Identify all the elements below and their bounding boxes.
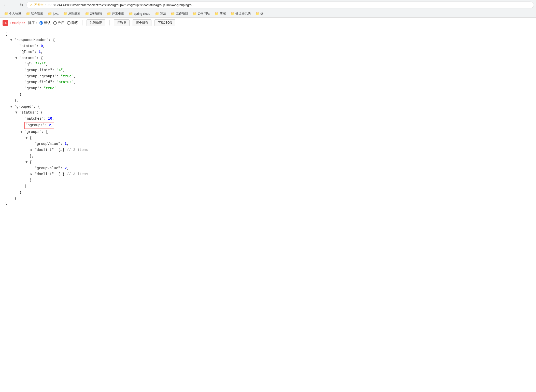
toggle-group-1[interactable]: ▼ <box>25 159 30 165</box>
bookmark-前端[interactable]: 📁 前端 <box>213 11 228 17</box>
bookmarks-bar: 📁 个人收藏 📁 软件安装 📁 java 📁 原理解析 📁 源码解读 📁 开发框… <box>0 10 536 18</box>
sort-desc-option[interactable]: 降序 <box>67 21 78 25</box>
json-params: ▼ "params" : { <box>15 55 531 61</box>
json-group-1-open: ▼ { <box>25 159 531 165</box>
fehelper-logo: FE FeHelper <box>3 20 25 26</box>
folder-icon: 📁 <box>85 12 89 16</box>
folder-icon: 📁 <box>48 12 52 16</box>
json-doclist-1: ▶ "doclist" : {…} // 3 items <box>31 171 531 177</box>
bookmark-java[interactable]: 📁 java <box>46 11 61 16</box>
fehelper-brand: FeHelper <box>10 21 25 25</box>
toolbar-divider-1 <box>82 20 82 25</box>
forward-button[interactable]: → <box>10 2 16 8</box>
json-ngroups: "ngroups" : 2 , <box>20 122 531 129</box>
bookmark-公司网址[interactable]: 📁 公司网址 <box>191 11 212 17</box>
bookmark-做点好玩的[interactable]: 📁 做点好玩的 <box>228 11 253 17</box>
json-grouped-close: } <box>10 196 531 202</box>
warning-label: 不安全 <box>34 3 44 7</box>
json-q: "q" : "*:*" , <box>20 61 531 67</box>
fehelper-logo-icon: FE <box>3 20 8 26</box>
url-text: 192.168.244.41:8983/solr/orders/select?q… <box>45 3 531 7</box>
toggle-grouped[interactable]: ▼ <box>10 104 14 110</box>
sort-asc-radio[interactable] <box>53 21 57 25</box>
json-groupValue-0: "groupValue" : 1 , <box>31 141 531 147</box>
reload-button[interactable]: ↻ <box>18 2 24 8</box>
json-group-limit: "group.limit" : "4" , <box>20 67 531 74</box>
folder-icon: 📁 <box>107 12 111 16</box>
address-bar[interactable]: ⚠ 不安全 192.168.244.41:8983/solr/orders/se… <box>26 2 534 8</box>
json-responseHeader-close: }, <box>10 98 531 104</box>
toggle-params[interactable]: ▼ <box>15 55 19 61</box>
browser-chrome: ← → ↻ ⚠ 不安全 192.168.244.41:8983/solr/ord… <box>0 0 536 18</box>
sort-default-option[interactable]: 默认 <box>39 21 51 25</box>
json-group: "group" : "true" <box>20 86 531 92</box>
toggle-grouped-status[interactable]: ▼ <box>15 110 19 116</box>
folder-icon: 📁 <box>63 12 67 16</box>
sort-label: 排序： <box>28 21 38 25</box>
bookmark-工作项目[interactable]: 📁 工作项目 <box>169 11 190 17</box>
sort-desc-radio[interactable] <box>67 21 70 25</box>
toolbar-divider-2 <box>109 20 110 25</box>
sort-default-label: 默认 <box>44 21 51 25</box>
folder-icon: 📁 <box>26 12 30 16</box>
fehelper-toolbar: FE FeHelper 排序： 默认 升序 降序 乱码修正 元数据 折叠所有 下… <box>0 18 536 28</box>
bookmark-算法[interactable]: 📁 算法 <box>153 11 168 17</box>
fold-all-button[interactable]: 折叠所有 <box>133 19 151 26</box>
folder-icon: 📁 <box>155 12 159 16</box>
json-matches: "matches" : 10 , <box>20 116 531 122</box>
json-grouped-status-close: } <box>15 190 531 196</box>
sort-group: 排序： 默认 升序 降序 <box>28 21 78 25</box>
toggle-groups[interactable]: ▼ <box>20 129 24 135</box>
bookmark-spring-cloud[interactable]: 📁 spring cloud <box>127 11 152 16</box>
sort-asc-option[interactable]: 升序 <box>53 21 64 25</box>
toggle-doclist-0[interactable]: ▶ <box>31 147 35 153</box>
security-warning-icon: ⚠ <box>30 3 33 7</box>
json-grouped: ▼ "grouped" : { <box>10 104 531 110</box>
bookmark-开发框架[interactable]: 📁 开发框架 <box>105 11 126 17</box>
json-root-close: } <box>5 202 531 208</box>
folder-icon: 📁 <box>171 12 175 16</box>
bookmark-源码解读[interactable]: 📁 源码解读 <box>83 11 104 17</box>
json-groups-close: ] <box>20 184 531 190</box>
json-grouped-status: ▼ "status" : { <box>15 110 531 116</box>
json-group-field: "group.field" : "status" , <box>20 79 531 86</box>
json-root-open: { <box>5 31 531 37</box>
sort-asc-label: 升序 <box>58 21 64 25</box>
bookmark-据[interactable]: 📁 据 <box>253 11 265 17</box>
nav-bar: ← → ↻ ⚠ 不安全 192.168.244.41:8983/solr/ord… <box>0 0 536 10</box>
sort-desc-label: 降序 <box>72 21 78 25</box>
folder-icon: 📁 <box>215 12 219 16</box>
meta-button[interactable]: 元数据 <box>114 19 130 26</box>
download-json-button[interactable]: 下载JSON <box>154 19 175 26</box>
json-params-close: } <box>15 92 531 98</box>
bookmark-个人收藏[interactable]: 📁 个人收藏 <box>2 11 23 17</box>
folder-icon: 📁 <box>230 12 234 16</box>
json-group-0-open: ▼ { <box>25 135 531 141</box>
back-button[interactable]: ← <box>2 2 8 8</box>
fix-encoding-button[interactable]: 乱码修正 <box>87 19 105 26</box>
json-responseHeader: ▼ "responseHeader" : { <box>10 37 531 43</box>
json-content: { ▼ "responseHeader" : { "status" : 0 , … <box>0 28 536 211</box>
bookmark-原理解析[interactable]: 📁 原理解析 <box>61 11 82 17</box>
toggle-doclist-1[interactable]: ▶ <box>31 171 35 177</box>
json-groups-array: ▼ "groups" : [ <box>20 129 531 135</box>
json-group-1-close: } <box>25 177 531 184</box>
json-status: "status" : 0 , <box>15 43 531 49</box>
json-group-0-close: }, <box>25 153 531 159</box>
toggle-group-0[interactable]: ▼ <box>25 135 30 141</box>
json-groupValue-1: "groupValue" : 2 , <box>31 165 531 172</box>
radio-group: 默认 升序 降序 <box>39 21 78 25</box>
json-doclist-0: ▶ "doclist" : {…} // 3 items <box>31 147 531 153</box>
ngroups-highlight: "ngroups" : 2 , <box>24 122 54 129</box>
sort-default-radio[interactable] <box>39 21 43 25</box>
folder-icon: 📁 <box>193 12 197 16</box>
json-qtime: "QTime" : 1 , <box>15 49 531 55</box>
toggle-responseHeader[interactable]: ▼ <box>10 37 14 43</box>
folder-icon: 📁 <box>129 12 133 16</box>
bookmark-软件安装[interactable]: 📁 软件安装 <box>24 11 45 17</box>
folder-icon: 📁 <box>4 12 8 16</box>
json-group-ngroups: "group.ngroups" : "true" , <box>20 74 531 80</box>
folder-icon: 📁 <box>255 12 259 16</box>
